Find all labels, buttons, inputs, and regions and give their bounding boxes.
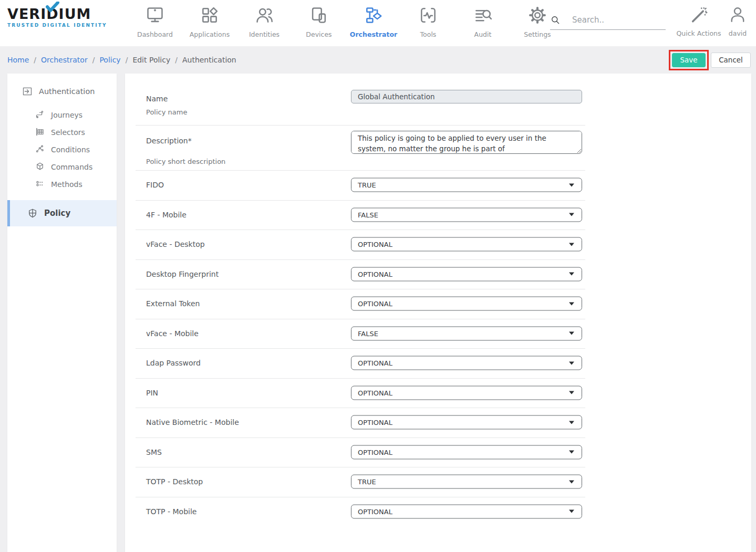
chevron-down-icon: [569, 273, 574, 276]
external-token-select[interactable]: OPTIONAL: [351, 297, 582, 311]
field-label: TOTP - Desktop: [146, 477, 203, 486]
4f-mobile-select[interactable]: FALSE: [351, 207, 582, 222]
nav-orchestrator[interactable]: Orchestrator: [346, 0, 401, 38]
nav-dashboard[interactable]: Dashboard: [128, 0, 182, 38]
chevron-down-icon: [569, 213, 574, 216]
magic-wand-icon: [689, 5, 709, 25]
top-nav: VERIDIUM TRUSTED DIGITAL IDENTITY Dashbo…: [0, 0, 756, 46]
field-label: vFace - Mobile: [146, 329, 199, 338]
pin-select[interactable]: OPTIONAL: [351, 386, 582, 400]
nav-audit[interactable]: Audit: [455, 0, 510, 38]
sidebar-item-policy[interactable]: Policy: [7, 200, 117, 226]
policy-name-input[interactable]: [351, 90, 582, 103]
divider: [136, 467, 585, 467]
select-value: FALSE: [358, 329, 378, 337]
sms-row: SMS OPTIONAL: [125, 438, 751, 467]
save-button[interactable]: Save: [672, 53, 706, 67]
logo-checkmark-icon: [46, 2, 59, 12]
policy-description-textarea[interactable]: This policy is going to be applied to ev…: [351, 131, 582, 154]
user-menu[interactable]: david: [721, 0, 754, 37]
page-actions: Save Cancel: [669, 50, 751, 70]
select-value: OPTIONAL: [358, 300, 392, 308]
nav-devices[interactable]: Devices: [292, 0, 346, 38]
divider: [136, 230, 585, 230]
vface-desktop-select[interactable]: OPTIONAL: [351, 237, 582, 252]
sidebar-item-commands[interactable]: Commands: [7, 158, 117, 175]
search-input[interactable]: [572, 15, 656, 25]
logo-tagline: TRUSTED DIGITAL IDENTITY: [7, 23, 110, 28]
chevron-down-icon: [569, 302, 574, 305]
sidebar-item-methods[interactable]: Methods: [7, 175, 117, 193]
chevron-down-icon: [569, 391, 574, 394]
native-biometric-mobile-select[interactable]: OPTIONAL: [351, 415, 582, 430]
nav-label: Audit: [455, 30, 510, 38]
ldap-password-select[interactable]: OPTIONAL: [351, 356, 582, 370]
divider: [136, 170, 585, 171]
breadcrumb-orchestrator[interactable]: Orchestrator: [41, 56, 88, 64]
nav-tools[interactable]: Tools: [401, 0, 455, 38]
select-value: TRUE: [358, 181, 376, 189]
breadcrumb-separator: /: [126, 56, 128, 64]
field-label: 4F - Mobile: [146, 211, 187, 219]
select-value: OPTIONAL: [358, 448, 392, 456]
description-label: Description*: [146, 137, 192, 145]
shield-icon: [27, 208, 38, 218]
nav-label: Dashboard: [128, 30, 182, 38]
chevron-down-icon: [569, 451, 574, 454]
sidebar-item-label: Journeys: [51, 111, 82, 119]
native-biometric-mobile-row: Native Biometric - Mobile OPTIONAL: [125, 408, 751, 438]
sidebar-item-label: Policy: [44, 209, 70, 218]
breadcrumb-bar: Home / Orchestrator / Policy / Edit Poli…: [0, 46, 756, 74]
nav-identities[interactable]: Identities: [237, 0, 292, 38]
search-icon: [550, 15, 561, 25]
nav-label: Applications: [182, 30, 237, 38]
logo-wordmark: VERIDIUM: [7, 6, 110, 22]
cube-icon: [35, 162, 46, 172]
sidebar-item-authentication[interactable]: Authentication: [7, 74, 117, 102]
field-label: External Token: [146, 299, 200, 308]
breadcrumb-policy[interactable]: Policy: [99, 56, 120, 64]
divider: [136, 348, 585, 349]
sidebar-item-journeys[interactable]: Journeys: [7, 106, 117, 123]
field-label: Native Biometric - Mobile: [146, 418, 239, 426]
field-label: vFace - Desktop: [146, 240, 205, 248]
field-label: TOTP - Mobile: [146, 507, 196, 516]
4f-mobile-row: 4F - Mobile FALSE: [125, 200, 751, 230]
nav-right-cluster: Quick Actions david: [676, 0, 756, 37]
sidebar-item-label: Selectors: [51, 128, 85, 137]
apps-grid-icon: [200, 5, 220, 25]
select-value: OPTIONAL: [358, 419, 392, 426]
sms-select[interactable]: OPTIONAL: [351, 445, 582, 459]
desktop-fingerprint-row: Desktop Fingerprint OPTIONAL: [125, 259, 751, 289]
chevron-down-icon: [569, 361, 574, 364]
fido-select[interactable]: TRUE: [351, 178, 582, 192]
nav-label: Tools: [401, 30, 455, 38]
field-label: FIDO: [146, 181, 164, 189]
divider: [136, 289, 585, 289]
nav-applications[interactable]: Applications: [182, 0, 237, 38]
desktop-fingerprint-select[interactable]: OPTIONAL: [351, 267, 582, 281]
cancel-button[interactable]: Cancel: [711, 53, 751, 68]
chevron-down-icon: [569, 421, 574, 424]
sidebar-item-label: Authentication: [39, 87, 95, 96]
divider: [136, 319, 585, 319]
global-search: [550, 15, 666, 30]
description-field-row: Description* Policy short description Th…: [125, 125, 751, 170]
sidebar-item-label: Conditions: [51, 145, 90, 154]
select-value: OPTIONAL: [358, 359, 392, 367]
field-label: PIN: [146, 389, 158, 397]
quick-actions-button[interactable]: Quick Actions: [676, 0, 721, 37]
sidebar-item-conditions[interactable]: Conditions: [7, 141, 117, 158]
totp-desktop-select[interactable]: TRUE: [351, 475, 582, 489]
field-label: SMS: [146, 448, 162, 456]
nav-label: Devices: [292, 30, 346, 38]
devices-icon: [309, 5, 329, 25]
sidebar-item-selectors[interactable]: Selectors: [7, 123, 117, 141]
totp-mobile-select[interactable]: OPTIONAL: [351, 504, 582, 518]
breadcrumb-home[interactable]: Home: [7, 56, 29, 64]
breadcrumb-separator: /: [92, 56, 95, 64]
gear-icon: [527, 5, 547, 25]
totp-desktop-row: TOTP - Desktop TRUE: [125, 467, 751, 497]
veridium-logo: VERIDIUM TRUSTED DIGITAL IDENTITY: [7, 6, 110, 28]
vface-mobile-select[interactable]: FALSE: [351, 326, 582, 340]
